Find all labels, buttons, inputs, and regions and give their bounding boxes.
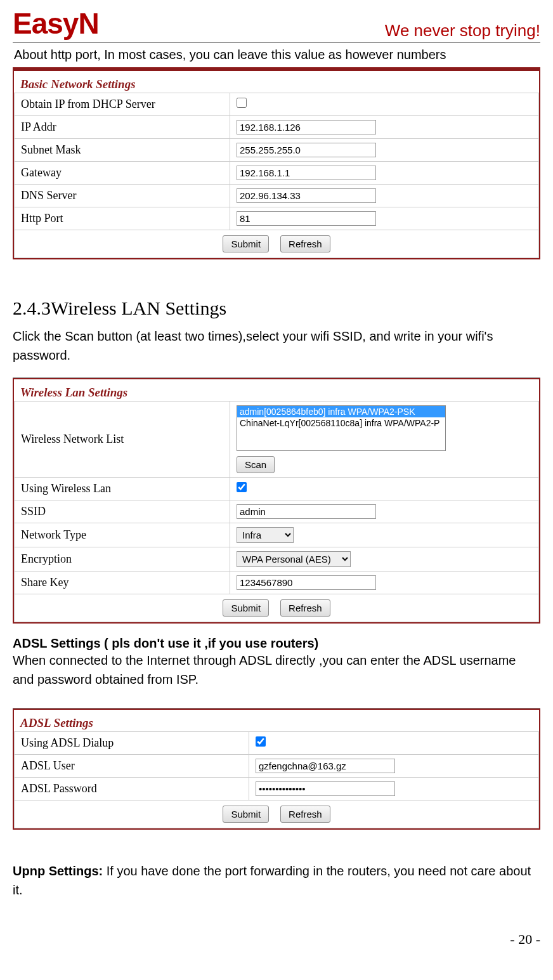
logo: EasyN <box>13 6 99 41</box>
table-row: Submit Refresh <box>15 594 539 622</box>
wireless-panel: Wireless Lan Settings Wireless Network L… <box>13 378 540 624</box>
adsl-password-cell <box>249 778 539 800</box>
adsl-user-input[interactable] <box>256 759 395 773</box>
encryption-select[interactable]: WPA Personal (AES) <box>237 551 351 567</box>
panel-title-wireless: Wireless Lan Settings <box>14 382 539 401</box>
list-item[interactable]: ChinaNet-LqYr[002568110c8a] infra WPA/WP… <box>237 417 445 429</box>
adsl-heading: ADSL Settings ( pls don't use it ,if you… <box>13 636 540 651</box>
dhcp-label: Obtain IP from DHCP Server <box>15 93 230 116</box>
submit-button[interactable]: Submit <box>223 806 269 823</box>
adsl-password-label: ADSL Password <box>15 778 249 800</box>
table-row: Http Port <box>15 207 539 230</box>
intro-text: About http port, In most cases, you can … <box>14 48 540 62</box>
dns-input[interactable] <box>237 188 376 203</box>
using-wireless-checkbox[interactable] <box>237 482 247 492</box>
ip-label: IP Addr <box>15 116 230 139</box>
ip-cell <box>230 116 539 139</box>
network-type-label: Network Type <box>15 523 230 547</box>
submit-button[interactable]: Submit <box>223 599 269 617</box>
wireless-table: Wireless Network List admin[0025864bfeb0… <box>14 401 539 622</box>
using-adsl-label: Using ADSL Dialup <box>15 732 249 755</box>
encryption-label: Encryption <box>15 547 230 572</box>
network-type-cell: Infra <box>230 523 539 547</box>
http-port-label: Http Port <box>15 207 230 230</box>
button-row: Submit Refresh <box>15 594 539 622</box>
page-number: - 20 - <box>13 931 540 948</box>
http-port-cell <box>230 207 539 230</box>
ssid-input[interactable] <box>237 504 376 519</box>
table-row: DNS Server <box>15 185 539 207</box>
wireless-network-list[interactable]: admin[0025864bfeb0] infra WPA/WPA2-PSK C… <box>237 405 446 451</box>
slogan: We never stop trying! <box>385 21 540 41</box>
adsl-password-input[interactable] <box>256 781 395 796</box>
network-list-label: Wireless Network List <box>15 402 230 478</box>
submit-button[interactable]: Submit <box>223 235 269 252</box>
subnet-cell <box>230 139 539 162</box>
table-row: SSID <box>15 500 539 523</box>
table-row: Using ADSL Dialup <box>15 732 539 755</box>
using-adsl-cell <box>249 732 539 755</box>
table-row: Encryption WPA Personal (AES) <box>15 547 539 572</box>
table-row: Wireless Network List admin[0025864bfeb0… <box>15 402 539 478</box>
table-row: ADSL Password <box>15 778 539 800</box>
refresh-button[interactable]: Refresh <box>280 599 330 617</box>
page-header: EasyN We never stop trying! <box>13 6 540 42</box>
adsl-panel: ADSL Settings Using ADSL Dialup ADSL Use… <box>13 709 540 830</box>
adsl-user-cell <box>249 755 539 778</box>
network-list-cell: admin[0025864bfeb0] infra WPA/WPA2-PSK C… <box>230 402 539 478</box>
gateway-cell <box>230 162 539 185</box>
wireless-heading: 2.4.3Wireless LAN Settings <box>13 297 540 319</box>
table-row: Subnet Mask <box>15 139 539 162</box>
using-wireless-cell <box>230 478 539 500</box>
ip-input[interactable] <box>237 120 376 134</box>
table-row: Submit Refresh <box>15 800 539 828</box>
table-row: Submit Refresh <box>15 230 539 258</box>
ssid-cell <box>230 500 539 523</box>
refresh-button[interactable]: Refresh <box>280 235 330 252</box>
gateway-input[interactable] <box>237 166 376 180</box>
sharekey-cell <box>230 572 539 594</box>
table-row: Network Type Infra <box>15 523 539 547</box>
upnp-block: Upnp Settings: If you have done the port… <box>13 861 540 899</box>
subnet-label: Subnet Mask <box>15 139 230 162</box>
button-row: Submit Refresh <box>15 230 539 258</box>
list-item-selected[interactable]: admin[0025864bfeb0] infra WPA/WPA2-PSK <box>237 406 445 417</box>
http-port-input[interactable] <box>237 211 376 226</box>
table-row: Using Wireless Lan <box>15 478 539 500</box>
scan-button[interactable]: Scan <box>237 456 275 473</box>
dhcp-checkbox[interactable] <box>237 98 247 108</box>
table-row: Gateway <box>15 162 539 185</box>
sharekey-input[interactable] <box>237 575 376 590</box>
panel-title-adsl: ADSL Settings <box>14 712 539 731</box>
button-row: Submit Refresh <box>15 800 539 828</box>
table-row: Share Key <box>15 572 539 594</box>
dns-label: DNS Server <box>15 185 230 207</box>
dns-cell <box>230 185 539 207</box>
refresh-button[interactable]: Refresh <box>280 806 330 823</box>
wireless-desc: Click the Scan button (at least two time… <box>13 327 540 365</box>
subnet-input[interactable] <box>237 143 376 157</box>
sharekey-label: Share Key <box>15 572 230 594</box>
adsl-desc: When connected to the Internet through A… <box>13 651 540 689</box>
adsl-table: Using ADSL Dialup ADSL User ADSL Passwor… <box>14 731 539 828</box>
using-wireless-label: Using Wireless Lan <box>15 478 230 500</box>
adsl-user-label: ADSL User <box>15 755 249 778</box>
upnp-label: Upnp Settings: <box>13 864 107 878</box>
table-row: Obtain IP from DHCP Server <box>15 93 539 116</box>
basic-network-table: Obtain IP from DHCP Server IP Addr Subne… <box>14 93 539 258</box>
gateway-label: Gateway <box>15 162 230 185</box>
using-adsl-checkbox[interactable] <box>256 736 266 747</box>
table-row: IP Addr <box>15 116 539 139</box>
encryption-cell: WPA Personal (AES) <box>230 547 539 572</box>
table-row: ADSL User <box>15 755 539 778</box>
panel-title-basic: Basic Network Settings <box>14 74 539 93</box>
network-type-select[interactable]: Infra <box>237 527 294 543</box>
ssid-label: SSID <box>15 500 230 523</box>
dhcp-cell <box>230 93 539 116</box>
basic-network-panel: Basic Network Settings Obtain IP from DH… <box>13 67 540 259</box>
